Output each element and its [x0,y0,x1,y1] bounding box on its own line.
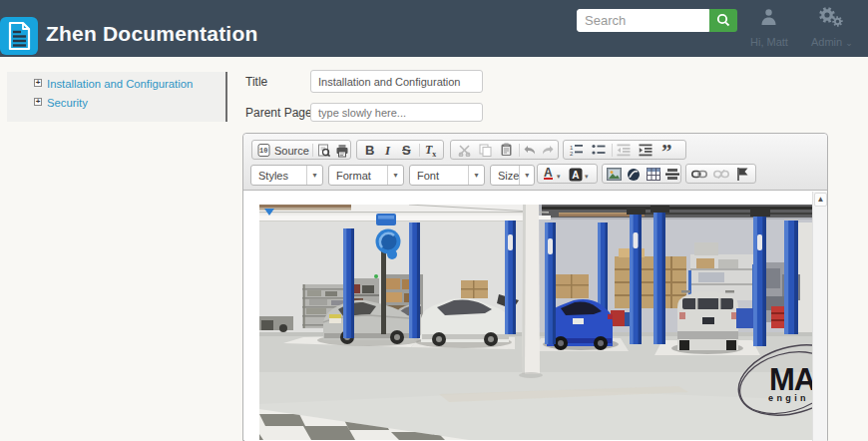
svg-text:A: A [572,170,579,181]
svg-text:MA: MA [769,362,812,397]
svg-text:2: 2 [570,151,574,157]
svg-text:engin: engin [768,393,809,403]
svg-text:”: ” [661,144,672,158]
svg-text:1: 1 [570,145,574,151]
svg-text:10: 10 [259,147,267,155]
